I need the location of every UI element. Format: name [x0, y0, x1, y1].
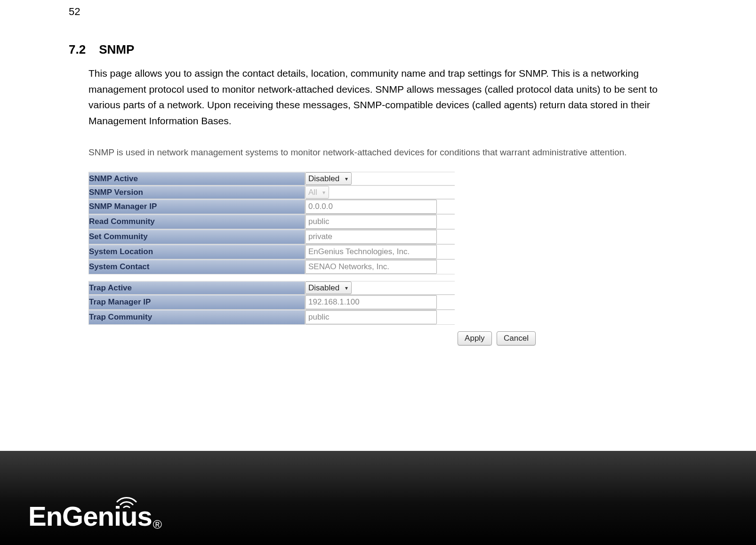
snmp-settings-table: SNMP Active Disabled SNMP Version All — [88, 172, 455, 325]
label-set-community: Set Community — [88, 229, 305, 244]
label-system-location: System Location — [88, 244, 305, 259]
label-trap-active: Trap Active — [88, 281, 305, 295]
section-number: 7.2 — [69, 42, 86, 56]
row-snmp-version: SNMP Version All — [88, 185, 455, 199]
row-system-contact: System Contact — [88, 259, 455, 274]
label-trap-community: Trap Community — [88, 310, 305, 325]
apply-button[interactable]: Apply — [458, 331, 492, 345]
trap-manager-ip-input[interactable] — [305, 295, 437, 309]
snmp-version-select-wrap: All — [305, 186, 329, 199]
snmp-config-panel: SNMP Active Disabled SNMP Version All — [88, 172, 455, 325]
label-snmp-version: SNMP Version — [88, 185, 305, 199]
table-spacer — [88, 274, 455, 281]
logo-registered-mark: ® — [153, 517, 162, 532]
trap-active-select-wrap: Disabled — [305, 281, 352, 294]
content-area: 7.2SNMP This page allows you to assign t… — [69, 42, 695, 345]
trap-active-select[interactable]: Disabled — [305, 281, 352, 294]
system-location-input[interactable] — [305, 245, 437, 259]
cancel-button[interactable]: Cancel — [497, 331, 536, 345]
trap-community-input[interactable] — [305, 310, 437, 324]
snmp-active-select[interactable]: Disabled — [305, 172, 352, 185]
snmp-note: SNMP is used in network management syste… — [88, 146, 695, 159]
label-trap-manager-ip: Trap Manager IP — [88, 295, 305, 310]
snmp-active-select-wrap: Disabled — [305, 172, 352, 185]
label-system-contact: System Contact — [88, 259, 305, 274]
set-community-input[interactable] — [305, 230, 437, 244]
row-read-community: Read Community — [88, 214, 455, 229]
section-heading: 7.2SNMP — [69, 42, 695, 57]
row-snmp-manager-ip: SNMP Manager IP — [88, 199, 455, 214]
snmp-version-select[interactable]: All — [305, 186, 329, 199]
system-contact-input[interactable] — [305, 260, 437, 274]
row-snmp-active: SNMP Active Disabled — [88, 172, 455, 185]
label-snmp-manager-ip: SNMP Manager IP — [88, 199, 305, 214]
label-read-community: Read Community — [88, 214, 305, 229]
row-trap-manager-ip: Trap Manager IP — [88, 295, 455, 310]
footer-bar: EnGenius® — [0, 451, 756, 545]
label-snmp-active: SNMP Active — [88, 172, 305, 185]
section-title: SNMP — [99, 42, 134, 56]
row-set-community: Set Community — [88, 229, 455, 244]
snmp-manager-ip-input[interactable] — [305, 200, 437, 214]
engenius-logo: EnGenius® — [28, 500, 162, 532]
page-number: 52 — [69, 6, 80, 18]
action-button-row: Apply Cancel — [88, 331, 536, 345]
row-trap-community: Trap Community — [88, 310, 455, 325]
logo-text: EnGenius — [28, 500, 152, 532]
row-trap-active: Trap Active Disabled — [88, 281, 455, 295]
intro-paragraph: This page allows you to assign the conta… — [88, 65, 682, 128]
read-community-input[interactable] — [305, 215, 437, 229]
row-system-location: System Location — [88, 244, 455, 259]
